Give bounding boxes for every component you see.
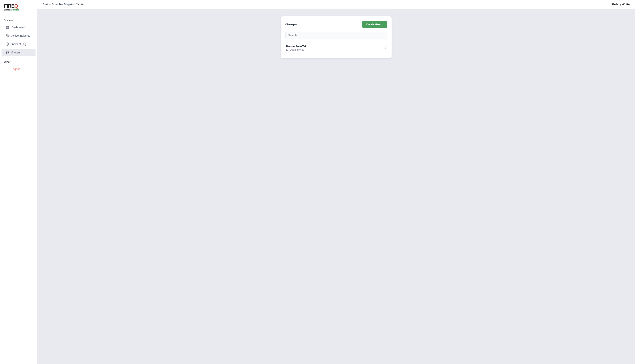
logo-area: FIREQ BretonSmarTek <box>0 0 37 15</box>
logout-icon <box>5 67 9 71</box>
sidebar-dashboard-label: Dashboard <box>12 26 25 29</box>
sidebar: FIREQ BretonSmarTek Dispatch Dashboard <box>0 0 37 364</box>
group-list-item[interactable]: Breton SmarTek (2) Departments › <box>285 42 387 54</box>
logo-container: FIREQ BretonSmarTek <box>4 4 33 11</box>
target-icon <box>5 34 9 38</box>
topbar-title: Breton SmarTek Dispatch Center <box>43 3 84 6</box>
svg-point-9 <box>7 52 8 53</box>
group-item-name: Breton SmarTek <box>286 45 307 48</box>
sidebar-logout-label: Logout <box>12 68 20 70</box>
sidebar-section-dispatch: Dispatch <box>0 15 37 23</box>
logo-subtitle: BretonSmarTek <box>4 9 19 11</box>
topbar: Breton SmarTek Dispatch Center Bobby Whi… <box>37 0 635 9</box>
breton-green-text: SmarTek <box>11 8 19 11</box>
sidebar-item-logout[interactable]: Logout <box>2 65 36 73</box>
page-body: Groups Create Group Breton SmarTek (2) D… <box>37 9 635 364</box>
grid-icon <box>5 25 9 29</box>
groups-card-header: Groups Create Group <box>285 21 387 28</box>
svg-rect-0 <box>6 26 7 27</box>
topbar-user: Bobby White <box>612 3 630 6</box>
clock-icon <box>5 42 9 46</box>
create-group-button[interactable]: Create Group <box>362 21 387 28</box>
sidebar-incident-log-label: Incident Log <box>12 42 26 46</box>
chevron-right-icon: › <box>385 46 386 50</box>
groups-card-title: Groups <box>285 22 297 26</box>
group-item-info: Breton SmarTek (2) Departments <box>286 45 307 51</box>
logo-q-text: Q <box>14 3 18 9</box>
svg-rect-1 <box>8 26 9 27</box>
sidebar-active-incidents-label: Active Incidents <box>12 34 30 37</box>
logo-fire-text: FIRE <box>4 3 14 9</box>
sidebar-item-incident-log[interactable]: Incident Log <box>2 40 36 48</box>
main-content: Breton SmarTek Dispatch Center Bobby Whi… <box>37 0 635 364</box>
sidebar-section-other: Other <box>0 57 37 65</box>
sidebar-item-groups[interactable]: Groups <box>2 49 36 56</box>
svg-rect-3 <box>8 28 9 29</box>
sidebar-item-active-incidents[interactable]: Active Incidents <box>2 32 36 40</box>
group-item-sub: (2) Departments <box>286 48 307 51</box>
groups-card: Groups Create Group Breton SmarTek (2) D… <box>281 16 392 58</box>
groups-icon <box>5 50 9 54</box>
logo-fireq: FIREQ <box>4 4 19 8</box>
groups-search-input[interactable] <box>285 32 387 39</box>
svg-point-6 <box>7 36 8 36</box>
sidebar-groups-label: Groups <box>12 51 20 54</box>
svg-rect-2 <box>6 28 7 29</box>
breton-black-text: Breton <box>4 8 11 11</box>
sidebar-item-dashboard[interactable]: Dashboard <box>2 24 36 31</box>
